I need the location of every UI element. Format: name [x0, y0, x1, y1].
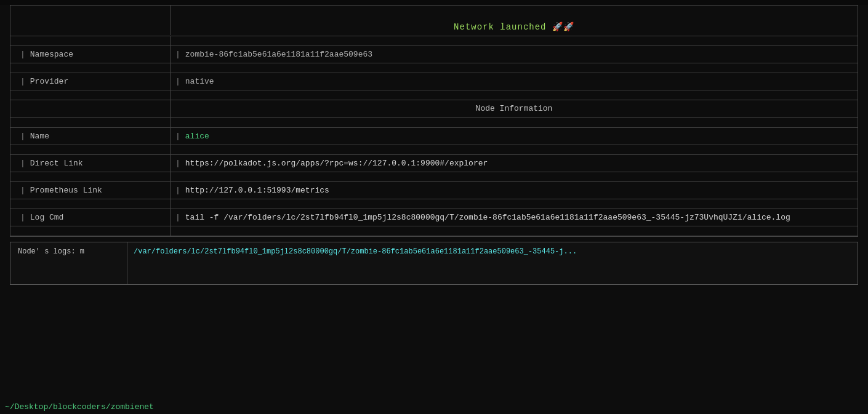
spacer-left-2 — [10, 90, 171, 100]
spacer-right-2 — [171, 90, 858, 100]
top-spacer-right — [171, 6, 858, 18]
spacer-left-6 — [10, 199, 171, 209]
spacer-right — [171, 36, 858, 46]
name-label-cell: Name — [10, 128, 171, 145]
top-border: Network launched 🚀🚀 — [10, 5, 858, 46]
logs-section: Node' s logs: m /var/folders/lc/2st7lfb9… — [10, 242, 858, 285]
name-value-cell: alice — [171, 128, 858, 145]
terminal-window: Network launched 🚀🚀 Namespace zombie-86f… — [0, 5, 868, 414]
direct-link-value-cell: https://polkadot.js.org/apps/?rpc=ws://1… — [171, 155, 858, 172]
name-value: alice — [185, 132, 209, 141]
direct-link-value: https://polkadot.js.org/apps/?rpc=ws://1… — [185, 159, 488, 168]
prometheus-link-value: http://127.0.0.1:51993/metrics — [185, 186, 329, 195]
direct-link-label-cell: Direct Link — [10, 155, 171, 172]
spacer-6 — [10, 199, 858, 209]
spacer-left-7 — [10, 226, 171, 236]
prometheus-link-label-cell: Prometheus Link — [10, 182, 171, 199]
log-cmd-value-cell: tail -f /var/folders/lc/2st7lfb94fl0_1mp… — [171, 209, 858, 226]
provider-label-cell: Provider — [10, 73, 171, 90]
section-header-left — [10, 100, 171, 117]
spacer-4 — [10, 145, 858, 155]
spacer-5 — [10, 172, 858, 182]
spacer-left — [10, 36, 171, 46]
namespace-value: zombie-86fc1ab5e61a6e1181a11f2aae509e63 — [185, 50, 372, 59]
name-label: Name — [30, 132, 49, 141]
logs-content: /var/folders/lc/2st7lfb94fl0_1mp5jl2s8c8… — [127, 242, 858, 284]
network-launched-cell: Network launched 🚀🚀 — [171, 18, 858, 36]
spacer-left-4 — [10, 145, 171, 154]
prometheus-link-row: Prometheus Link http://127.0.0.1:51993/m… — [10, 182, 858, 199]
spacer-right-6 — [171, 199, 858, 209]
direct-link-label: Direct Link — [30, 159, 83, 168]
spacer-after-header — [10, 36, 858, 46]
spacer-right-1 — [171, 63, 858, 73]
namespace-row: Namespace zombie-86fc1ab5e61a6e1181a11f2… — [10, 46, 858, 63]
bottom-path: ~/Desktop/blockcoders/zombienet — [0, 400, 868, 414]
provider-value-cell: native — [171, 73, 858, 90]
node-info-header: Node Information — [171, 100, 858, 117]
provider-row: Provider native — [10, 73, 858, 90]
spacer-7 — [10, 226, 858, 236]
provider-label: Provider — [30, 77, 68, 86]
spacer-right-4 — [171, 145, 858, 154]
prometheus-link-label: Prometheus Link — [30, 186, 102, 195]
log-cmd-value: tail -f /var/folders/lc/2st7lfb94fl0_1mp… — [185, 213, 790, 222]
spacer-right-7 — [171, 226, 858, 236]
network-launched-row: Network launched 🚀🚀 — [10, 18, 858, 36]
namespace-value-cell: zombie-86fc1ab5e61a6e1181a11f2aae509e63 — [171, 46, 858, 63]
namespace-label: Namespace — [30, 50, 73, 59]
log-cmd-label-cell: Log Cmd — [10, 209, 171, 226]
spacer-right-3 — [171, 118, 858, 127]
spacer-right-5 — [171, 172, 858, 181]
log-cmd-label: Log Cmd — [30, 213, 64, 222]
provider-value: native — [185, 77, 214, 86]
spacer-left-3 — [10, 118, 171, 127]
spacer-left-5 — [10, 172, 171, 181]
prometheus-link-value-cell: http://127.0.0.1:51993/metrics — [171, 182, 858, 199]
top-spacer-left — [10, 6, 171, 18]
spacer-2 — [10, 90, 858, 100]
log-cmd-row: Log Cmd tail -f /var/folders/lc/2st7lfb9… — [10, 209, 858, 226]
spacer-1 — [10, 63, 858, 73]
node-info-header-row: Node Information — [10, 100, 858, 118]
logs-label: Node' s logs: m — [10, 242, 127, 284]
direct-link-row: Direct Link https://polkadot.js.org/apps… — [10, 155, 858, 172]
name-row: Name alice — [10, 128, 858, 145]
info-table: Namespace zombie-86fc1ab5e61a6e1181a11f2… — [10, 46, 858, 237]
header-left-empty — [10, 18, 171, 35]
spacer-3 — [10, 118, 858, 128]
network-launched-text: Network launched 🚀🚀 — [454, 22, 574, 32]
namespace-label-cell: Namespace — [10, 46, 171, 63]
top-spacer-row — [10, 6, 858, 18]
spacer-left-1 — [10, 63, 171, 73]
